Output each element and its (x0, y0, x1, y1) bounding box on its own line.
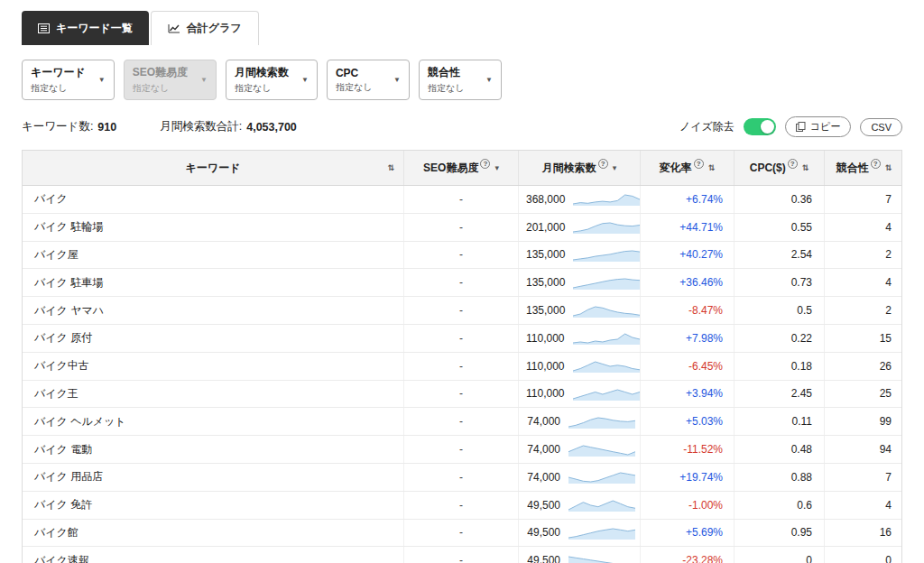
keyword-cell: バイク 駐車場 (23, 269, 404, 296)
trend-sparkline (573, 386, 640, 401)
search-volume-cell: 135,000 (519, 269, 641, 296)
table-row[interactable]: バイク 用品店 - 74,000 +19.74% 0.88 7 (23, 464, 901, 492)
table-row[interactable]: バイク屋 - 135,000 +40.27% 2.54 2 (23, 242, 901, 270)
filter-keyword[interactable]: キーワード 指定なし ▼ (22, 60, 115, 100)
stats-bar: キーワード数: 910 月間検索数合計: 4,053,700 ノイズ除去 コピー… (22, 116, 902, 137)
search-volume-cell: 74,000 (519, 408, 641, 435)
keyword-count-label: キーワード数: (22, 119, 93, 134)
table-row[interactable]: バイク館 - 49,500 +5.69% 0.95 16 (23, 520, 901, 548)
table-row[interactable]: バイク速報 - 49,500 -23.28% 0 0 (23, 547, 901, 563)
column-header-keyword[interactable]: キーワード ⇅ (23, 151, 404, 185)
table-row[interactable]: バイク ヘルメット - 74,000 +5.03% 0.11 99 (23, 408, 901, 436)
change-rate-cell: +19.74% (641, 464, 735, 491)
search-volume-cell: 49,500 (519, 547, 641, 563)
cpc-cell: 0.88 (735, 464, 825, 491)
competition-cell: 2 (825, 242, 903, 269)
competition-cell: 4 (825, 492, 903, 519)
column-header-competition[interactable]: 競合性 ? ⇅ (825, 151, 903, 185)
table-row[interactable]: バイク王 - 110,000 +3.94% 2.45 25 (23, 381, 901, 409)
competition-cell: 99 (825, 408, 903, 435)
cpc-cell: 0.22 (735, 325, 825, 352)
help-icon[interactable]: ? (694, 159, 704, 169)
help-icon[interactable]: ? (598, 159, 608, 169)
search-volume-cell: 135,000 (519, 297, 641, 324)
search-volume-cell: 49,500 (519, 492, 641, 519)
tab-keyword-list[interactable]: キーワード一覧 (22, 11, 149, 45)
column-header-seo-difficulty[interactable]: SEO難易度 ? ▾ (404, 151, 519, 185)
help-icon[interactable]: ? (480, 159, 490, 169)
change-rate-cell: -1.00% (641, 492, 735, 519)
column-header-search-volume[interactable]: 月間検索数 ? ▾ (519, 151, 641, 185)
list-icon (38, 23, 50, 33)
search-volume-cell: 110,000 (519, 353, 641, 380)
change-rate-cell: -6.45% (641, 353, 735, 380)
sort-icon[interactable]: ⇅ (387, 163, 394, 172)
trend-sparkline (573, 358, 640, 374)
help-icon[interactable]: ? (788, 159, 798, 169)
chevron-down-icon: ▼ (98, 76, 106, 84)
table-row[interactable]: バイク 免許 - 49,500 -1.00% 0.6 4 (23, 492, 901, 520)
keyword-cell: バイク 駐輪場 (23, 214, 404, 241)
volume-total-value: 4,053,700 (246, 121, 297, 134)
volume-total-label: 月間検索数合計: (160, 119, 242, 134)
column-header-cpc[interactable]: CPC($) ? ⇅ (735, 151, 825, 185)
change-rate-cell: -23.28% (641, 547, 735, 563)
keyword-cell: バイク 原付 (23, 325, 404, 352)
column-header-change-rate[interactable]: 変化率 ? ⇅ (641, 151, 735, 185)
keyword-cell: バイク館 (23, 520, 404, 547)
filter-search-volume[interactable]: 月間検索数 指定なし ▼ (226, 60, 318, 100)
trend-sparkline (573, 330, 640, 346)
table-body: バイク - 368,000 +6.74% 0.36 7 バイク 駐輪場 - 20… (23, 186, 901, 563)
cpc-cell: 0.36 (735, 186, 825, 213)
sort-icon[interactable]: ▾ (613, 163, 617, 172)
search-volume-cell: 368,000 (519, 186, 641, 213)
change-rate-cell: -11.52% (641, 436, 735, 463)
change-rate-cell: +40.27% (641, 242, 735, 269)
csv-button[interactable]: CSV (860, 118, 902, 136)
search-volume-cell: 135,000 (519, 242, 641, 269)
sort-icon[interactable]: ▾ (494, 163, 499, 172)
help-icon[interactable]: ? (871, 159, 881, 169)
trend-sparkline (568, 525, 635, 540)
copy-button[interactable]: コピー (785, 116, 852, 137)
change-rate-cell: +36.46% (641, 269, 735, 296)
keyword-cell: バイク 電動 (23, 436, 404, 463)
table-row[interactable]: バイク 電動 - 74,000 -11.52% 0.48 94 (23, 436, 901, 464)
page: キーワード一覧 合計グラフ キーワード 指定なし ▼ SEO難易度 指定なし ▼ (0, 0, 924, 563)
table-row[interactable]: バイク 原付 - 110,000 +7.98% 0.22 15 (23, 325, 901, 353)
chevron-down-icon: ▼ (301, 76, 309, 84)
cpc-cell: 0.6 (735, 492, 825, 519)
competition-cell: 94 (825, 436, 903, 463)
competition-cell: 15 (825, 325, 903, 352)
cpc-cell: 0.18 (735, 353, 825, 380)
sort-icon[interactable]: ⇅ (708, 163, 716, 172)
filter-seo-difficulty: SEO難易度 指定なし ▼ (124, 60, 217, 100)
sort-icon[interactable]: ⇅ (802, 163, 809, 172)
keyword-cell: バイク速報 (23, 547, 404, 563)
seo-difficulty-cell: - (404, 242, 519, 269)
table-row[interactable]: バイク - 368,000 +6.74% 0.36 7 (23, 186, 901, 214)
search-volume-cell: 201,000 (519, 214, 641, 241)
cpc-cell: 0.48 (735, 436, 825, 463)
table-row[interactable]: バイク ヤマハ - 135,000 -8.47% 0.5 2 (23, 297, 901, 325)
cpc-cell: 0.5 (735, 297, 825, 324)
filter-cpc[interactable]: CPC 指定なし ▼ (327, 60, 410, 100)
noise-filter-toggle[interactable] (744, 118, 776, 135)
change-rate-cell: +6.74% (641, 186, 735, 213)
seo-difficulty-cell: - (404, 436, 519, 463)
tab-total-graph[interactable]: 合計グラフ (151, 11, 259, 45)
toggle-knob (761, 120, 774, 134)
table-row[interactable]: バイク 駐輪場 - 201,000 +44.71% 0.55 4 (23, 214, 901, 242)
keyword-cell: バイク屋 (23, 242, 404, 269)
seo-difficulty-cell: - (404, 214, 519, 241)
competition-cell: 16 (825, 520, 903, 547)
filter-value: 指定なし (336, 81, 372, 94)
table-row[interactable]: バイク中古 - 110,000 -6.45% 0.18 26 (23, 353, 901, 381)
cpc-cell: 0.11 (735, 408, 825, 435)
filter-competition[interactable]: 競合性 指定なし ▼ (419, 60, 502, 100)
tab-label: 合計グラフ (187, 21, 242, 36)
filter-label: 月間検索数 (235, 65, 289, 80)
trend-sparkline (573, 303, 640, 318)
sort-icon[interactable]: ⇅ (885, 163, 892, 172)
table-row[interactable]: バイク 駐車場 - 135,000 +36.46% 0.73 4 (23, 269, 901, 297)
